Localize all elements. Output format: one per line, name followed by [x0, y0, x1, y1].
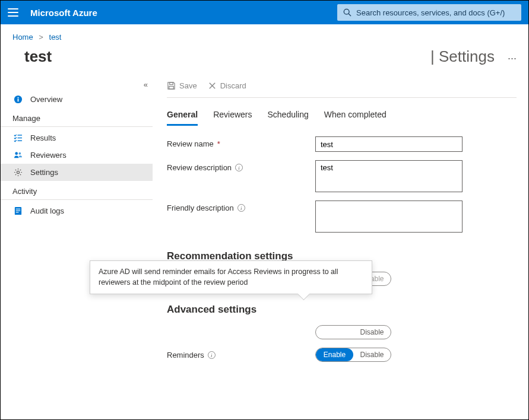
- tab-scheduling[interactable]: Scheduling: [268, 110, 309, 126]
- sidebar-heading-manage: Manage: [1, 108, 153, 127]
- breadcrumb: Home > test: [1, 24, 528, 44]
- info-icon[interactable]: i: [237, 204, 245, 212]
- sidebar-item-reviewers[interactable]: Reviewers: [1, 147, 153, 164]
- more-actions-icon[interactable]: ···: [508, 52, 517, 65]
- hidden-toggle[interactable]: Disable: [315, 325, 391, 339]
- review-name-label: Review name *: [167, 136, 315, 148]
- friendly-description-input[interactable]: [315, 201, 463, 233]
- tabs: General Reviewers Scheduling When comple…: [167, 98, 517, 126]
- reminders-tooltip: Azure AD will send reminder emails for A…: [90, 260, 372, 294]
- top-bar: Microsoft Azure Search resources, servic…: [1, 1, 528, 24]
- product-name: Microsoft Azure: [30, 8, 97, 18]
- breadcrumb-separator: >: [39, 33, 43, 42]
- review-description-label: Review description i: [167, 160, 315, 172]
- toggle-disable[interactable]: Disable: [353, 348, 391, 361]
- toolbar: Save Discard: [167, 75, 517, 98]
- save-label: Save: [179, 81, 197, 90]
- section-advanced-settings: Advanced settings: [167, 304, 517, 316]
- svg-point-0: [344, 9, 349, 14]
- menu-toggle-icon[interactable]: [8, 8, 18, 17]
- svg-rect-4: [17, 97, 18, 98]
- info-icon[interactable]: i: [208, 351, 216, 359]
- page-title-main: test: [12, 47, 427, 66]
- svg-line-1: [349, 14, 351, 16]
- svg-rect-14: [15, 212, 18, 212]
- toggle-disable[interactable]: Disable: [353, 326, 391, 339]
- sidebar-item-settings[interactable]: Settings: [1, 164, 153, 181]
- required-indicator: *: [217, 139, 220, 148]
- reminders-toggle[interactable]: Enable Disable: [315, 348, 391, 362]
- breadcrumb-home[interactable]: Home: [12, 33, 33, 42]
- info-icon[interactable]: i: [235, 164, 243, 171]
- review-description-input[interactable]: test: [315, 160, 463, 192]
- sidebar-label: Audit logs: [30, 206, 64, 215]
- svg-point-10: [17, 171, 19, 173]
- sidebar-heading-activity: Activity: [1, 181, 153, 200]
- svg-rect-12: [15, 209, 20, 209]
- sidebar-label: Results: [30, 133, 56, 142]
- settings-form: Review name * Review description i test …: [167, 126, 517, 362]
- tab-general[interactable]: General: [167, 110, 198, 126]
- friendly-description-label: Friendly description i: [167, 201, 315, 212]
- global-search[interactable]: Search resources, services, and docs (G+…: [337, 4, 521, 21]
- search-placeholder: Search resources, services, and docs (G+…: [356, 8, 505, 17]
- breadcrumb-current[interactable]: test: [49, 33, 62, 42]
- page-title: test | Settings ···: [1, 44, 528, 75]
- svg-point-8: [15, 152, 18, 155]
- svg-rect-16: [169, 86, 174, 89]
- info-icon: [12, 95, 23, 104]
- tab-when-completed[interactable]: When completed: [324, 110, 387, 126]
- discard-button[interactable]: Discard: [208, 81, 246, 90]
- svg-rect-15: [170, 82, 173, 85]
- gear-icon: [12, 168, 23, 177]
- sidebar-item-overview[interactable]: Overview: [1, 91, 153, 108]
- toggle-enable[interactable]: Enable: [316, 348, 353, 361]
- search-icon: [343, 8, 351, 17]
- sidebar-label: Overview: [30, 95, 62, 104]
- sidebar-item-results[interactable]: Results: [1, 129, 153, 147]
- sidebar-item-audit-logs[interactable]: Audit logs: [1, 202, 153, 219]
- sidebar: « Overview Manage Results Reviewers Sett: [1, 75, 155, 418]
- svg-rect-13: [15, 211, 20, 211]
- collapse-sidebar-icon[interactable]: «: [144, 80, 148, 89]
- log-icon: [12, 206, 23, 215]
- svg-rect-3: [17, 99, 18, 102]
- save-button[interactable]: Save: [167, 81, 197, 90]
- reminders-label: Reminders i: [167, 348, 315, 359]
- sidebar-label: Reviewers: [30, 151, 66, 160]
- save-icon: [167, 81, 176, 90]
- svg-point-9: [18, 152, 21, 155]
- main-content: Save Discard General Reviewers Schedulin…: [155, 75, 528, 418]
- review-name-input[interactable]: [315, 136, 463, 152]
- people-icon: [12, 151, 23, 160]
- checklist-icon: [12, 133, 23, 142]
- sidebar-label: Settings: [30, 168, 58, 177]
- page-title-sub: | Settings: [430, 47, 495, 66]
- close-icon: [208, 81, 217, 90]
- discard-label: Discard: [220, 81, 246, 90]
- tab-reviewers[interactable]: Reviewers: [213, 110, 252, 126]
